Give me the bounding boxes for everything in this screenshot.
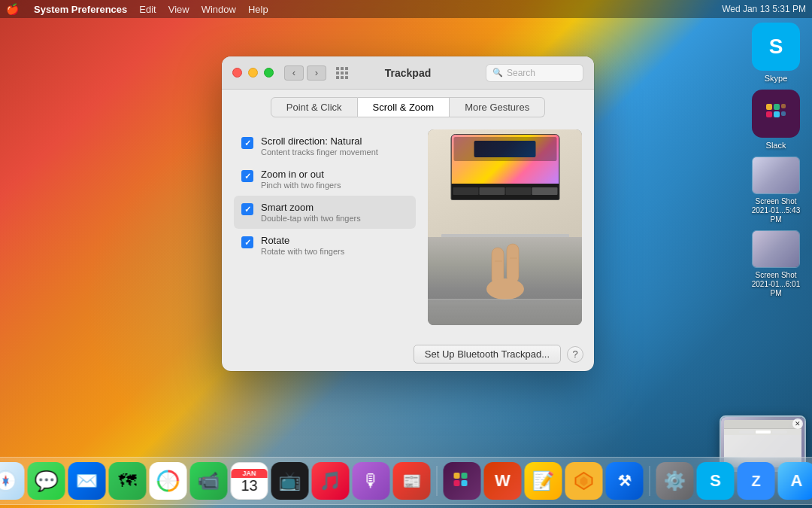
title-bar: ‹ › Trackpad 🔍 Search: [222, 56, 594, 90]
help-button[interactable]: ?: [567, 346, 583, 363]
dock: 💬 ✉️ 🗺 📹 JAN 13 📺 🎵 🎙 📰 W 📝: [0, 457, 812, 505]
desktop-icon-slack[interactable]: Slack: [746, 90, 806, 151]
zoom-in-out-item: Zoom in or out Pinch with two fingers: [234, 163, 416, 196]
preview-inner-screen: [474, 141, 535, 158]
menu-bar-left: 🍎 System Preferences Edit View Window He…: [6, 3, 268, 15]
menu-bar-app-name[interactable]: System Preferences: [34, 4, 127, 15]
corner-thumb-close[interactable]: ✕: [792, 418, 803, 429]
tab-scroll-zoom[interactable]: Scroll & Zoom: [358, 97, 450, 117]
preview-dock-area: [451, 184, 559, 200]
main-content: Scroll direction: Natural Content tracks…: [222, 117, 594, 337]
svg-rect-39: [454, 473, 460, 479]
trackpad-surface: [428, 299, 582, 325]
dock-icon-music[interactable]: 🎵: [312, 462, 350, 500]
screenshot2-label: Screen Shot2021-01...6:01 PM: [746, 271, 806, 298]
svg-rect-7: [341, 67, 344, 70]
nav-back-button[interactable]: ‹: [284, 65, 304, 81]
nav-forward-button[interactable]: ›: [307, 65, 326, 81]
preview-panel: [428, 129, 582, 325]
dock-icon-calendar[interactable]: JAN 13: [231, 462, 268, 500]
menu-bar-clock: Wed Jan 13 5:31 PM: [722, 4, 806, 14]
svg-rect-4: [781, 104, 786, 108]
svg-rect-0: [766, 104, 772, 110]
tabs-bar: Point & Click Scroll & Zoom More Gesture…: [222, 90, 594, 117]
smart-zoom-text: Smart zoom Double-tap with two fingers: [261, 202, 361, 223]
svg-rect-1: [774, 104, 780, 110]
dock-icon-zoom[interactable]: Z: [738, 462, 775, 500]
window-controls: [232, 68, 274, 78]
search-icon: 🔍: [492, 68, 503, 78]
desktop-icon-skype[interactable]: S Skype: [746, 23, 806, 84]
desktop-icon-screenshot1[interactable]: Screen Shot2021-01...5:43 PM: [746, 157, 806, 224]
dock-icon-skype[interactable]: S: [697, 462, 735, 500]
dock-icon-safari[interactable]: [0, 462, 25, 500]
scroll-direction-text: Scroll direction: Natural Content tracks…: [261, 135, 378, 157]
screenshot1-thumb: [752, 157, 800, 194]
scroll-direction-desc: Content tracks finger movement: [261, 148, 378, 157]
dock-icon-notes[interactable]: 📝: [525, 462, 562, 500]
dock-separator-1: [437, 466, 438, 496]
dock-icon-appletv[interactable]: 📺: [271, 462, 309, 500]
scroll-direction-title: Scroll direction: Natural: [261, 135, 378, 147]
desktop-icons: S Skype Slack Screen Shot2021-01...5:43 …: [746, 23, 806, 298]
dock-icon-sysprefs[interactable]: ⚙️: [656, 462, 694, 500]
zoom-in-out-checkbox[interactable]: [241, 170, 253, 182]
grid-button[interactable]: [332, 65, 352, 81]
zoom-in-out-title: Zoom in or out: [261, 169, 341, 180]
smart-zoom-title: Smart zoom: [261, 202, 361, 213]
apple-menu[interactable]: 🍎: [6, 3, 19, 15]
dock-icon-mail[interactable]: ✉️: [68, 462, 106, 500]
dock-separator-2: [650, 466, 650, 496]
svg-rect-13: [341, 76, 344, 79]
menu-bar: 🍎 System Preferences Edit View Window He…: [0, 0, 812, 18]
zoom-in-out-text: Zoom in or out Pinch with two fingers: [261, 169, 341, 190]
svg-rect-5: [781, 111, 786, 116]
scroll-direction-checkbox[interactable]: [241, 137, 253, 149]
dock-icon-facetime[interactable]: 📹: [190, 462, 228, 500]
slack-desktop-icon: [752, 90, 800, 138]
svg-rect-40: [462, 473, 468, 479]
dock-icon-sketch[interactable]: [565, 462, 603, 500]
skype-desktop-icon: S: [752, 23, 800, 71]
menu-bar-edit[interactable]: Edit: [139, 4, 156, 15]
svg-point-17: [486, 278, 524, 300]
dock-icon-slack[interactable]: [444, 462, 481, 500]
desktop-icon-screenshot2[interactable]: Screen Shot2021-01...6:01 PM: [746, 230, 806, 298]
rotate-text: Rotate Rotate with two fingers: [261, 235, 344, 256]
dock-icon-xcode[interactable]: ⚒: [606, 462, 644, 500]
search-box[interactable]: 🔍 Search: [486, 64, 583, 82]
dock-icon-word[interactable]: W: [484, 462, 522, 500]
dock-icon-news[interactable]: 📰: [393, 462, 431, 500]
hand-gesture-icon: [475, 240, 535, 304]
window-footer: Set Up Bluetooth Trackpad... ?: [222, 337, 594, 371]
window-maximize-button[interactable]: [264, 68, 274, 78]
preview-image: [428, 129, 582, 325]
rotate-checkbox[interactable]: [241, 236, 253, 248]
dock-icon-podcasts[interactable]: 🎙: [353, 462, 390, 500]
dock-icon-photos[interactable]: [150, 462, 187, 500]
skype-desktop-label: Skype: [765, 74, 788, 84]
bluetooth-trackpad-button[interactable]: Set Up Bluetooth Trackpad...: [414, 345, 561, 364]
menu-bar-view[interactable]: View: [168, 4, 189, 15]
dock-icon-appstore[interactable]: A: [778, 462, 813, 500]
svg-rect-10: [341, 71, 344, 75]
smart-zoom-checkbox[interactable]: [241, 203, 253, 215]
smart-zoom-item: Smart zoom Double-tap with two fingers: [234, 196, 416, 229]
rotate-item: Rotate Rotate with two fingers: [234, 229, 416, 262]
dock-icon-maps[interactable]: 🗺: [109, 462, 147, 500]
svg-rect-8: [345, 67, 348, 70]
corner-thumb-titlebar: [724, 420, 801, 429]
preview-screen-content: [451, 135, 559, 184]
window-close-button[interactable]: [232, 68, 242, 78]
tab-point-click[interactable]: Point & Click: [271, 97, 358, 117]
svg-rect-3: [774, 111, 780, 117]
svg-rect-42: [462, 480, 468, 486]
menu-bar-help[interactable]: Help: [248, 4, 268, 15]
corner-thumb-tabs: [724, 429, 801, 435]
window-minimize-button[interactable]: [248, 68, 258, 78]
dock-icon-messages[interactable]: 💬: [28, 462, 65, 500]
screenshot2-thumb: [752, 230, 800, 268]
tab-more-gestures[interactable]: More Gestures: [450, 97, 545, 117]
svg-rect-6: [336, 67, 339, 70]
menu-bar-window[interactable]: Window: [201, 4, 236, 15]
